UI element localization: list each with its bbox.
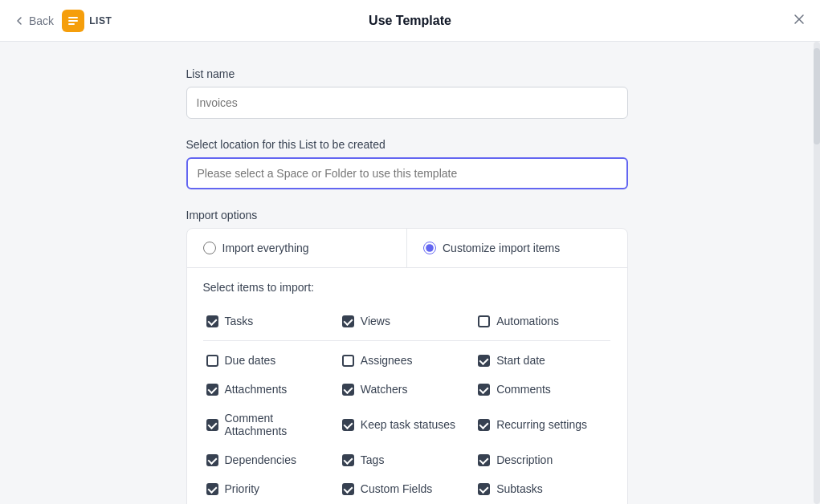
scrollbar[interactable] [814, 42, 820, 504]
select-items-section: Select items to import: Tasks Views [187, 267, 627, 504]
list-icon [67, 14, 80, 27]
checkbox-attachments[interactable]: Attachments [203, 375, 339, 404]
checkbox-tags-label: Tags [361, 453, 385, 466]
customize-import-label: Customize import items [443, 242, 560, 254]
list-icon-box [62, 10, 84, 32]
page-title: Use Template [369, 14, 451, 28]
checkbox-automations-label: Automations [496, 315, 559, 327]
checkbox-recurring-settings-label: Recurring settings [496, 418, 587, 431]
checkbox-watchers[interactable]: Watchers [339, 375, 475, 404]
checkbox-comment-attachments-label: Comment Attachments [225, 412, 336, 437]
checkbox-dependencies[interactable]: Dependencies [203, 445, 339, 474]
location-field: Select location for this List to be crea… [186, 138, 628, 189]
header-left: Back LIST [13, 10, 112, 32]
radio-row: Import everything Customize import items [187, 229, 627, 267]
select-items-label: Select items to import: [203, 281, 611, 294]
checkbox-start-date-input[interactable] [478, 355, 490, 367]
customize-import-option[interactable]: Customize import items [407, 229, 627, 267]
import-everything-label: Import everything [222, 242, 309, 254]
checkbox-keep-task-statuses-label: Keep task statuses [361, 418, 455, 431]
checkbox-tags-input[interactable] [342, 454, 354, 466]
svg-rect-0 [68, 17, 78, 18]
checkbox-custom-fields[interactable]: Custom Fields [339, 474, 475, 503]
checkbox-subtasks-label: Subtasks [496, 482, 543, 495]
checkbox-tasks-input[interactable] [206, 315, 218, 327]
checkbox-comments[interactable]: Comments [475, 375, 610, 404]
checkbox-start-date[interactable]: Start date [475, 346, 610, 375]
close-icon [791, 11, 807, 27]
checkbox-assignees-input[interactable] [342, 355, 354, 367]
list-name-label: List name [186, 67, 628, 80]
checkbox-recurring-settings-input[interactable] [478, 419, 490, 431]
checkbox-comments-label: Comments [496, 383, 551, 396]
row-divider-1 [203, 340, 611, 341]
checkbox-views-label: Views [361, 315, 390, 327]
checkbox-custom-fields-label: Custom Fields [361, 482, 432, 495]
checkbox-subtasks[interactable]: Subtasks [475, 474, 610, 503]
checkbox-attachments-label: Attachments [225, 383, 288, 396]
header: Back LIST Use Template [0, 0, 820, 42]
checkbox-assignees[interactable]: Assignees [339, 346, 475, 375]
svg-rect-2 [68, 23, 75, 25]
checkbox-keep-task-statuses-input[interactable] [342, 419, 354, 431]
checkbox-description[interactable]: Description [475, 445, 610, 474]
main-content: List name Select location for this List … [0, 42, 820, 504]
checkbox-automations-input[interactable] [478, 315, 490, 327]
back-arrow-icon [13, 14, 26, 27]
list-name-field: List name [186, 67, 628, 119]
scrollbar-thumb [814, 48, 820, 144]
checkbox-due-dates[interactable]: Due dates [203, 346, 339, 375]
location-input[interactable] [186, 157, 628, 189]
checkbox-keep-task-statuses[interactable]: Keep task statuses [339, 404, 475, 445]
location-label: Select location for this List to be crea… [186, 138, 628, 151]
checkbox-priority-label: Priority [225, 482, 260, 495]
import-everything-option[interactable]: Import everything [187, 229, 408, 267]
checkbox-assignees-label: Assignees [361, 354, 413, 367]
form-container: List name Select location for this List … [186, 67, 628, 504]
checkbox-tasks[interactable]: Tasks [203, 307, 339, 335]
back-label: Back [29, 14, 54, 27]
back-button[interactable]: Back [13, 14, 54, 27]
checkbox-comment-attachments[interactable]: Comment Attachments [203, 404, 339, 445]
checkbox-start-date-label: Start date [496, 354, 545, 367]
checkbox-description-input[interactable] [478, 454, 490, 466]
checkbox-tags[interactable]: Tags [339, 445, 475, 474]
checkbox-recurring-settings[interactable]: Recurring settings [475, 404, 610, 445]
checkbox-automations[interactable]: Automations [475, 307, 610, 335]
checkbox-attachments-input[interactable] [206, 384, 218, 396]
checkbox-priority[interactable]: Priority [203, 474, 339, 503]
checkbox-custom-fields-input[interactable] [342, 483, 354, 495]
checkbox-description-label: Description [496, 453, 553, 466]
import-options-label: Import options [186, 209, 628, 222]
checkbox-comment-attachments-input[interactable] [206, 419, 218, 431]
checkbox-priority-input[interactable] [206, 483, 218, 495]
checkbox-watchers-input[interactable] [342, 384, 354, 396]
checkbox-due-dates-label: Due dates [225, 354, 276, 367]
customize-import-radio[interactable] [423, 242, 436, 254]
close-button[interactable] [791, 11, 807, 30]
checkbox-tasks-label: Tasks [225, 315, 254, 327]
import-options-field: Import options Import everything Customi… [186, 209, 628, 504]
import-options-box: Import everything Customize import items… [186, 228, 628, 504]
svg-rect-1 [68, 20, 78, 22]
list-label: LIST [89, 15, 112, 26]
checkbox-watchers-label: Watchers [361, 383, 408, 396]
checkbox-dependencies-label: Dependencies [225, 453, 297, 466]
checkbox-due-dates-input[interactable] [206, 355, 218, 367]
checkbox-views[interactable]: Views [339, 307, 475, 335]
list-badge: LIST [62, 10, 112, 32]
checkbox-subtasks-input[interactable] [478, 483, 490, 495]
checkbox-comments-input[interactable] [478, 384, 490, 396]
checkbox-views-input[interactable] [342, 315, 354, 327]
list-name-input[interactable] [186, 87, 628, 119]
import-everything-radio[interactable] [203, 242, 216, 254]
items-grid: Tasks Views Automations [203, 307, 611, 504]
checkbox-dependencies-input[interactable] [206, 454, 218, 466]
